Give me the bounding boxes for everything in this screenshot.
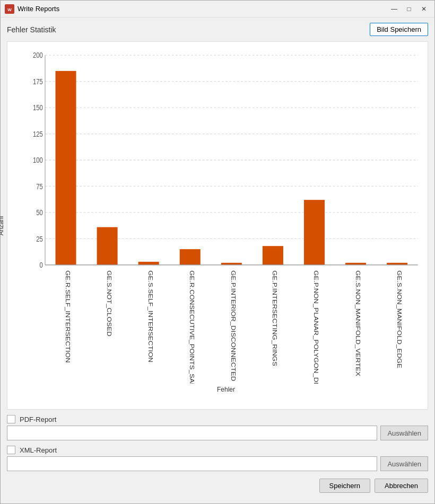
pdf-report-row: PDF-Report Auswählen xyxy=(7,415,428,440)
svg-text:75: 75 xyxy=(36,182,43,191)
chart-area: 0255075100125150175200GE.R.SELF_INTERSEC… xyxy=(29,48,423,384)
y-axis-label: Anzahl xyxy=(0,216,5,235)
svg-text:GE.S.NON_MANIFOLD_EDGE: GE.S.NON_MANIFOLD_EDGE xyxy=(396,270,402,368)
xml-report-checkbox[interactable] xyxy=(7,446,15,454)
svg-text:GE.P.INTERIOR_DISCONNECTED: GE.P.INTERIOR_DISCONNECTED xyxy=(230,270,237,381)
pdf-report-label: PDF-Report xyxy=(20,415,56,423)
svg-rect-30 xyxy=(263,246,283,265)
save-button[interactable]: Speichern xyxy=(319,479,371,493)
svg-text:GE.S.SELF_INTERSECTION: GE.S.SELF_INTERSECTION xyxy=(147,270,154,362)
close-button[interactable]: ✕ xyxy=(417,4,430,14)
xml-report-input[interactable] xyxy=(7,456,377,471)
svg-rect-22 xyxy=(97,227,118,265)
x-axis-label: Fehler xyxy=(29,386,423,395)
svg-text:50: 50 xyxy=(36,208,43,217)
header-row: Fehler Statistik Bild Speichern xyxy=(7,23,428,36)
xml-auswahlen-button[interactable]: Auswählen xyxy=(380,456,428,471)
svg-text:GE.R.SELF_INTERSECTION: GE.R.SELF_INTERSECTION xyxy=(64,270,71,362)
svg-rect-20 xyxy=(56,71,76,265)
main-window: W Write Reports — □ ✕ Fehler Statistik B… xyxy=(0,0,435,504)
svg-text:200: 200 xyxy=(33,51,43,60)
chart-container: Anzahl 0255075100125150175200GE.R.SELF_I… xyxy=(7,41,428,410)
svg-text:0: 0 xyxy=(40,261,43,270)
maximize-button[interactable]: □ xyxy=(403,4,415,14)
xml-report-header: XML-Report xyxy=(7,446,428,454)
window-title: Write Reports xyxy=(18,5,388,13)
pdf-auswahlen-button[interactable]: Auswählen xyxy=(380,426,428,440)
svg-rect-26 xyxy=(180,249,201,265)
chart-svg: 0255075100125150175200GE.R.SELF_INTERSEC… xyxy=(29,48,423,384)
pdf-report-checkbox[interactable] xyxy=(7,415,15,423)
svg-text:25: 25 xyxy=(36,234,43,243)
svg-text:W: W xyxy=(7,7,12,12)
app-icon: W xyxy=(5,4,14,14)
pdf-report-input[interactable] xyxy=(7,426,377,440)
svg-text:150: 150 xyxy=(33,103,43,112)
xml-report-label: XML-Report xyxy=(20,446,57,454)
svg-rect-24 xyxy=(138,262,159,265)
svg-text:100: 100 xyxy=(33,156,43,165)
svg-text:GE.P.NON_PLANAR_POLYGON_DISTAN: GE.P.NON_PLANAR_POLYGON_DISTANCE_PLANE xyxy=(313,270,319,384)
svg-text:GE.R.CONSECUTIVE_POINTS_SAME: GE.R.CONSECUTIVE_POINTS_SAME xyxy=(189,270,195,384)
pdf-report-header: PDF-Report xyxy=(7,415,428,423)
svg-text:GE.S.NOT_CLOSED: GE.S.NOT_CLOSED xyxy=(106,270,112,336)
svg-text:175: 175 xyxy=(33,77,43,86)
pdf-report-input-row: Auswählen xyxy=(7,426,428,440)
bottom-section: PDF-Report Auswählen XML-Report Auswähle… xyxy=(7,415,428,498)
save-image-button[interactable]: Bild Speichern xyxy=(370,23,428,36)
svg-rect-32 xyxy=(304,200,325,265)
minimize-button[interactable]: — xyxy=(388,4,401,14)
action-row: Speichern Abbrechen xyxy=(7,476,428,493)
svg-text:GE.P.INTERSECTING_RINGS: GE.P.INTERSECTING_RINGS xyxy=(272,270,278,366)
svg-text:125: 125 xyxy=(33,129,43,138)
title-bar: W Write Reports — □ ✕ xyxy=(1,1,434,17)
cancel-button[interactable]: Abbrechen xyxy=(375,479,428,493)
xml-report-row: XML-Report Auswählen xyxy=(7,446,428,471)
svg-text:GE.S.NON_MANIFOLD_VERTEX: GE.S.NON_MANIFOLD_VERTEX xyxy=(354,270,361,376)
xml-report-input-row: Auswählen xyxy=(7,456,428,471)
chart-title-label: Fehler Statistik xyxy=(7,25,56,34)
content-area: Fehler Statistik Bild Speichern Anzahl 0… xyxy=(1,17,434,503)
window-controls: — □ ✕ xyxy=(388,4,430,14)
